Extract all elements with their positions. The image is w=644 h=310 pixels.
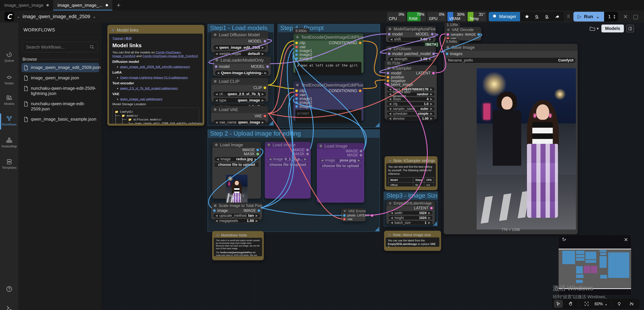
models-button[interactable]: Models [602, 25, 624, 33]
input-vae[interactable] [295, 46, 298, 48]
output-image[interactable]: IMAGE [292, 148, 309, 152]
node-vae-encode[interactable]: VAE Encode pixelsLATENT vae [341, 208, 366, 221]
node-load-diffusion-model[interactable]: Load Diffusion Model MODEL ◀qwen_image_e… [211, 31, 268, 53]
widget-lora-name[interactable]: ◀Qwen-Image-Lightning-4steps-V1.0.safe..… [215, 70, 269, 76]
input-latent-image[interactable] [387, 83, 389, 86]
workflow-caret-icon[interactable]: ⌄ [93, 15, 96, 19]
minimap-viewport[interactable] [559, 249, 631, 289]
workflow-list-item[interactable]: image_qwen_image.json [22, 73, 99, 83]
output-mask[interactable]: MASK [244, 152, 259, 156]
output-image[interactable]: IMAGE [346, 149, 362, 153]
widget-filename-prefix[interactable]: filename_prefixComfyUI [446, 57, 576, 63]
toggle-theme-button[interactable] [615, 300, 624, 308]
pan-tool-button[interactable] [566, 300, 575, 308]
input-image3[interactable] [295, 57, 298, 60]
input-clip[interactable] [295, 90, 298, 92]
widget-clip-type[interactable]: ◀typeqwen_image▶ [213, 98, 266, 103]
tutorial-link[interactable]: Tutorial [112, 37, 123, 40]
input-image1[interactable] [295, 97, 298, 100]
widget-clip-name[interactable]: ◀cli...qwen_2.5_vl_7b_fp8_scaled.safeten… [213, 91, 266, 97]
output-model[interactable]: MODEL [416, 32, 434, 37]
input-image3[interactable] [295, 105, 298, 108]
node-cfg-norm[interactable]: CFGNorm modelpatched_model ◀strength1.00… [386, 46, 436, 62]
workflow-list-item[interactable]: nunchaku-qwen-image-edit-2509-lightning.… [22, 84, 99, 98]
output-model[interactable]: MODEL [251, 64, 269, 69]
input-positive[interactable] [387, 76, 389, 78]
workflow-folder-button[interactable]: ▾ [590, 26, 599, 31]
widget-image-file[interactable]: ◀imageredux.jpg▶ [214, 157, 259, 162]
widget-upscale-method[interactable]: ◀upscale_methodlanczos▶ [213, 213, 260, 218]
node-scale-image[interactable]: Scale Image to Total Pixels imageIMAGE ◀… [211, 203, 262, 220]
input-vae[interactable] [295, 94, 298, 96]
sidebar-item-models[interactable]: Models [0, 95, 18, 106]
sidebar-item-queue[interactable]: Queue [0, 51, 18, 63]
input-image1[interactable] [295, 50, 298, 52]
input-model[interactable] [388, 33, 390, 36]
node-lora-loader[interactable]: LoraLoaderModelOnly modelMODEL ◀Qwen-Ima… [213, 56, 271, 76]
widget-cfg[interactable]: ◀cfg1.0▶ [387, 102, 435, 106]
share-icon[interactable] [554, 14, 560, 19]
input-model[interactable] [215, 65, 217, 68]
lora-link[interactable]: Qwen-Image-Lightning-4steps-V1.0.safeten… [120, 76, 188, 79]
input-images[interactable] [446, 53, 448, 55]
input-model[interactable] [388, 53, 390, 55]
output-model[interactable]: MODEL [248, 39, 266, 44]
node-save-image[interactable]: Save Image images filename_prefixComfyUI… [444, 44, 578, 234]
widget-image-file[interactable]: ◀imagepose.png▶ [319, 158, 362, 163]
widget-sampler-name[interactable]: ◀sampler_nameeuler▶ [387, 107, 435, 111]
workflow-list-item[interactable]: image_qwen_image_edit_2509.json [22, 63, 99, 72]
node-collapse-dot[interactable] [112, 29, 114, 31]
node-load-image-3-bypassed[interactable]: Load Image IMAGE MASK ◀imagepose.png▶ ch… [317, 143, 364, 203]
new-tab-button[interactable]: + [112, 0, 125, 11]
input-clip[interactable] [295, 42, 298, 44]
input-negative[interactable] [387, 80, 389, 82]
node-load-vae[interactable]: Load VAE VAE ◀vae_nameqwen_image_vae.saf… [211, 106, 268, 123]
repo-link-2[interactable]: Comfy-Org/Qwen-Image-Edit_ComfyUI [142, 54, 198, 58]
sidebar-item-templates[interactable]: Templates [0, 159, 18, 170]
toggle-links-button[interactable] [627, 300, 636, 308]
diffusion-model-link[interactable]: qwen_image_edit_2509_fp8_e4m3fn.safetens… [120, 65, 190, 69]
vacuum-icon[interactable] [534, 14, 540, 19]
node-load-image-2-bypassed[interactable]: Load Image IMAGE MASK ◀image0_1 (5).p...… [265, 142, 311, 199]
input-model[interactable] [387, 72, 389, 74]
widget-batch-size[interactable]: ◀batch_size1▶ [388, 221, 433, 225]
note-about-image-size[interactable]: Note: About image size You can use the l… [384, 231, 441, 251]
workflow-title[interactable]: image_qwen_image_edit_2509 [22, 14, 90, 19]
stop-icon[interactable]: ▢ [633, 13, 638, 20]
note-ksampler-settings[interactable]: Note: KSampler settings You can test and… [384, 156, 438, 190]
minimap-close-icon[interactable]: ✕ [624, 237, 628, 243]
tab-image-qwen-image[interactable]: image_qwen_image [0, 0, 53, 11]
cancel-run-icon[interactable]: ✕ [623, 13, 628, 20]
widget-image-file[interactable]: ◀image0_1 (5).p...▶ [267, 157, 309, 162]
run-caret-icon[interactable]: ⌄ [596, 14, 600, 19]
vae-link[interactable]: qwen_image_vae.safetensors [120, 97, 162, 101]
input-vae[interactable] [343, 218, 346, 220]
output-mask[interactable]: MASK [347, 153, 362, 158]
output-image[interactable]: IMAGE [465, 33, 480, 37]
node-load-clip[interactable]: Load CLIP CLIP ◀cli...qwen_2.5_vl_7b_fp8… [211, 78, 268, 102]
input-image2[interactable] [295, 101, 298, 104]
widget-vae-name[interactable]: ◀vae_nameqwen_image_vae.safetensors▶ [213, 120, 266, 125]
drag-handle-icon[interactable]: ⠿ [567, 16, 570, 18]
output-latent[interactable]: LATENT [357, 214, 373, 217]
output-latent[interactable]: LATENT [414, 206, 433, 210]
input-pixels[interactable] [343, 214, 346, 217]
note-model-links[interactable]: Model links Tutorial | 教程 Model links Yo… [107, 25, 204, 126]
widget-unet-name[interactable]: ◀qwen_image_edit_2509_fp8_e4m3fn.safete.… [213, 45, 266, 50]
widget-megapixels[interactable]: ◀megapixels1.00▶ [213, 219, 260, 223]
minimap-nodes-icon[interactable] [562, 237, 567, 242]
tab-image-qwen-image-edit[interactable]: image_qwen_image_... [53, 0, 112, 11]
fit-view-button[interactable] [582, 300, 591, 308]
output-latent[interactable]: LATENT [416, 71, 435, 75]
widget-shift[interactable]: ◀shift3.00▶ [388, 37, 434, 42]
node-ksampler[interactable]: KSampler modelLATENT positive negative l… [384, 65, 437, 120]
node-text-encode-negative[interactable]: TextEncodeQwenImageEditPlus clipCONDITIO… [293, 81, 364, 121]
workflow-list-item[interactable]: nunchaku-qwen-image-edit-2509.json [22, 99, 99, 114]
node-vae-decode[interactable]: VAE Decode samplesIMAGE vae [444, 27, 481, 41]
upload-button[interactable]: choose file to upload [319, 164, 362, 168]
widget-height[interactable]: ◀height1024▶ [388, 216, 433, 220]
input-samples[interactable] [446, 33, 449, 36]
help-button[interactable] [0, 286, 18, 292]
widget-weight-dtype[interactable]: ◀weight_dtypedefault▶ [213, 51, 266, 56]
output-image[interactable]: IMAGE [242, 148, 259, 152]
